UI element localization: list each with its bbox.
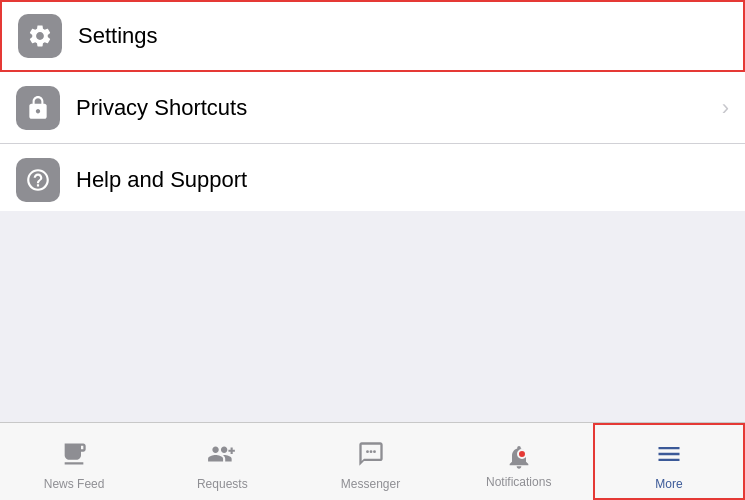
question-icon	[16, 158, 60, 202]
privacy-menu-item[interactable]: Privacy Shortcuts ›	[0, 72, 745, 144]
svg-point-2	[373, 450, 376, 453]
tab-newsfeed[interactable]: News Feed	[0, 423, 148, 500]
messenger-tab-label: Messenger	[341, 477, 400, 491]
tab-bar: News Feed Requests Messenger	[0, 422, 745, 500]
messenger-icon	[357, 440, 385, 473]
requests-tab-label: Requests	[197, 477, 248, 491]
lock-icon	[16, 86, 60, 130]
privacy-chevron: ›	[722, 95, 729, 121]
menu-list: Settings Privacy Shortcuts › Help and Su…	[0, 0, 745, 211]
more-tab-label: More	[655, 477, 682, 491]
privacy-label: Privacy Shortcuts	[76, 95, 722, 121]
svg-point-1	[369, 450, 372, 453]
tab-requests[interactable]: Requests	[148, 423, 296, 500]
spacer	[0, 211, 745, 422]
more-icon	[655, 440, 683, 473]
help-label: Help and Support	[76, 167, 729, 193]
help-menu-item[interactable]: Help and Support	[0, 144, 745, 211]
notifications-icon-wrap	[505, 443, 533, 471]
tab-more[interactable]: More	[593, 423, 745, 500]
notifications-tab-label: Notifications	[486, 475, 551, 489]
settings-label: Settings	[78, 23, 727, 49]
requests-icon	[207, 440, 237, 473]
tab-messenger[interactable]: Messenger	[296, 423, 444, 500]
newsfeed-tab-label: News Feed	[44, 477, 105, 491]
tab-notifications[interactable]: Notifications	[445, 423, 593, 500]
notification-dot	[517, 449, 527, 459]
svg-point-0	[366, 450, 369, 453]
newsfeed-icon	[60, 440, 88, 473]
gear-icon	[18, 14, 62, 58]
settings-menu-item[interactable]: Settings	[0, 0, 745, 72]
